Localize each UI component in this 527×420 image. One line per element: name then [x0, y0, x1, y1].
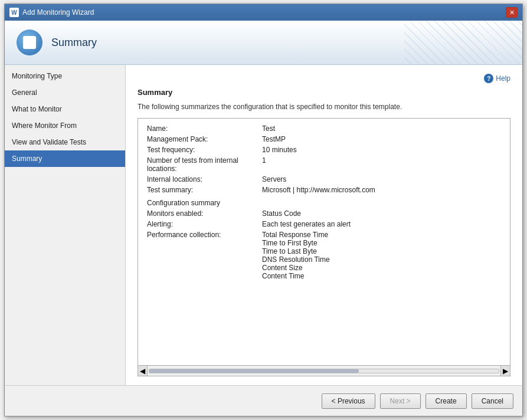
help-icon: ?	[484, 74, 493, 83]
section-title: Summary	[138, 88, 510, 97]
horizontal-scrollbar[interactable]: ◀ ▶	[138, 365, 510, 376]
sidebar-item-where-monitor-from[interactable]: Where Monitor From	[5, 117, 125, 134]
help-row: ? Help	[138, 74, 510, 83]
main-window: W Add Monitoring Wizard ✕ Summary Monito…	[4, 4, 523, 416]
summary-box: Name: Test Management Pack: TestMP Test …	[138, 118, 510, 376]
next-button[interactable]: Next >	[380, 393, 421, 409]
header-banner: Summary	[5, 21, 522, 65]
close-button[interactable]: ✕	[506, 7, 518, 18]
previous-button[interactable]: < Previous	[322, 393, 375, 409]
sidebar: Monitoring Type General What to Monitor …	[5, 65, 126, 385]
content-area: Monitoring Type General What to Monitor …	[5, 65, 522, 385]
summary-row-monitors-enabled: Monitors enabled: Status Code	[147, 209, 501, 218]
header-title: Summary	[51, 37, 97, 49]
cancel-button[interactable]: Cancel	[472, 393, 513, 409]
summary-row-mgmt-pack: Management Pack: TestMP	[147, 135, 501, 143]
scroll-right-button[interactable]: ▶	[500, 366, 510, 376]
summary-box-inner[interactable]: Name: Test Management Pack: TestMP Test …	[138, 119, 510, 365]
header-icon	[17, 29, 42, 55]
title-bar: W Add Monitoring Wizard ✕	[5, 4, 522, 21]
summary-row-num-tests: Number of tests from internal locations:…	[147, 156, 501, 173]
header-pattern	[404, 21, 522, 65]
scroll-thumb	[149, 369, 359, 373]
scroll-track[interactable]	[149, 369, 499, 373]
main-inner: ? Help Summary The following summarizes …	[126, 65, 522, 385]
summary-row-test-freq: Test frequency: 10 minutes	[147, 146, 501, 154]
header-icon-inner	[23, 36, 36, 49]
help-link[interactable]: ? Help	[484, 74, 510, 83]
sidebar-item-view-validate-tests[interactable]: View and Validate Tests	[5, 134, 125, 150]
window-icon: W	[9, 8, 19, 17]
summary-row-perf-collection: Performance collection: Total Response T…	[147, 231, 501, 280]
scroll-left-button[interactable]: ◀	[138, 366, 148, 376]
sidebar-item-monitoring-type[interactable]: Monitoring Type	[5, 68, 125, 84]
main-content: ? Help Summary The following summarizes …	[126, 65, 522, 385]
sidebar-item-what-to-monitor[interactable]: What to Monitor	[5, 101, 125, 117]
summary-row-name: Name: Test	[147, 124, 501, 133]
sidebar-item-general[interactable]: General	[5, 84, 125, 101]
create-button[interactable]: Create	[425, 393, 467, 409]
summary-row-alerting: Alerting: Each test generates an alert	[147, 220, 501, 228]
window-title: Add Monitoring Wizard	[22, 8, 506, 17]
summary-row-config-header: Configuration summary	[147, 199, 501, 207]
summary-row-internal-loc: Internal locations: Servers	[147, 175, 501, 183]
summary-row-test-summary: Test summary: Microsoft | http://www.mic…	[147, 186, 501, 194]
footer: < Previous Next > Create Cancel	[5, 385, 522, 416]
sidebar-item-summary[interactable]: Summary	[5, 150, 125, 167]
description-text: The following summarizes the configurati…	[138, 103, 510, 111]
